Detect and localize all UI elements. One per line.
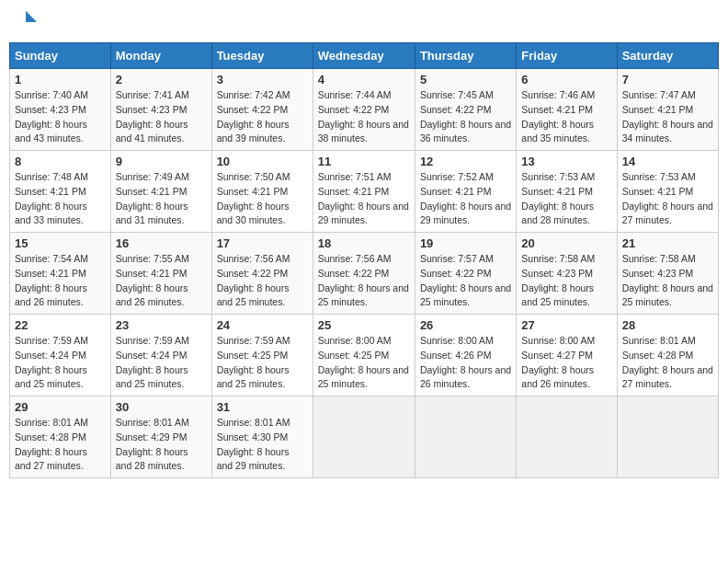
day-info: Sunrise: 7:46 AMSunset: 4:21 PMDaylight:… — [521, 88, 611, 146]
calendar-day-cell: 6 Sunrise: 7:46 AMSunset: 4:21 PMDayligh… — [517, 69, 617, 151]
day-number: 21 — [622, 236, 713, 250]
day-info: Sunrise: 7:59 AMSunset: 4:24 PMDaylight:… — [15, 334, 106, 392]
calendar-day-cell: 8 Sunrise: 7:48 AMSunset: 4:21 PMDayligh… — [10, 151, 111, 233]
calendar-day-cell: 10 Sunrise: 7:50 AMSunset: 4:21 PMDaylig… — [211, 151, 313, 233]
day-number: 30 — [116, 400, 207, 414]
day-number: 3 — [217, 73, 308, 86]
day-info: Sunrise: 7:53 AMSunset: 4:21 PMDaylight:… — [521, 170, 611, 228]
day-info: Sunrise: 7:58 AMSunset: 4:23 PMDaylight:… — [622, 252, 713, 310]
calendar-day-cell — [517, 396, 617, 478]
calendar-day-cell: 19 Sunrise: 7:57 AMSunset: 4:22 PMDaylig… — [415, 233, 516, 315]
calendar-day-cell: 2 Sunrise: 7:41 AMSunset: 4:23 PMDayligh… — [110, 69, 211, 151]
day-number: 23 — [116, 318, 207, 332]
day-number: 14 — [622, 155, 713, 168]
day-info: Sunrise: 7:45 AMSunset: 4:22 PMDaylight:… — [420, 88, 511, 146]
day-info: Sunrise: 7:55 AMSunset: 4:21 PMDaylight:… — [116, 252, 207, 310]
day-info: Sunrise: 8:00 AMSunset: 4:25 PMDaylight:… — [318, 334, 410, 392]
logo — [13, 9, 42, 35]
day-number: 25 — [318, 318, 410, 332]
calendar-week-row: 29 Sunrise: 8:01 AMSunset: 4:28 PMDaylig… — [10, 396, 719, 478]
weekday-header: Sunday — [10, 43, 111, 69]
day-info: Sunrise: 8:01 AMSunset: 4:30 PMDaylight:… — [217, 416, 308, 474]
day-number: 11 — [318, 155, 410, 168]
calendar-week-row: 1 Sunrise: 7:40 AMSunset: 4:23 PMDayligh… — [10, 69, 719, 151]
day-number: 5 — [420, 73, 511, 86]
day-info: Sunrise: 7:59 AMSunset: 4:25 PMDaylight:… — [217, 334, 308, 392]
calendar-day-cell: 23 Sunrise: 7:59 AMSunset: 4:24 PMDaylig… — [110, 315, 211, 396]
day-number: 13 — [521, 155, 611, 168]
calendar-day-cell: 4 Sunrise: 7:44 AMSunset: 4:22 PMDayligh… — [313, 69, 415, 151]
calendar-day-cell: 9 Sunrise: 7:49 AMSunset: 4:21 PMDayligh… — [110, 151, 211, 233]
day-number: 16 — [116, 236, 207, 250]
calendar-day-cell: 13 Sunrise: 7:53 AMSunset: 4:21 PMDaylig… — [517, 151, 617, 233]
day-number: 12 — [420, 155, 511, 168]
day-info: Sunrise: 7:51 AMSunset: 4:21 PMDaylight:… — [318, 170, 410, 228]
calendar-day-cell: 12 Sunrise: 7:52 AMSunset: 4:21 PMDaylig… — [415, 151, 516, 233]
day-info: Sunrise: 7:40 AMSunset: 4:23 PMDaylight:… — [15, 88, 106, 146]
calendar-day-cell: 24 Sunrise: 7:59 AMSunset: 4:25 PMDaylig… — [211, 315, 313, 396]
calendar-week-row: 15 Sunrise: 7:54 AMSunset: 4:21 PMDaylig… — [10, 233, 719, 315]
calendar-day-cell: 27 Sunrise: 8:00 AMSunset: 4:27 PMDaylig… — [517, 315, 617, 396]
calendar-day-cell: 17 Sunrise: 7:56 AMSunset: 4:22 PMDaylig… — [211, 233, 313, 315]
day-info: Sunrise: 7:50 AMSunset: 4:21 PMDaylight:… — [217, 170, 308, 228]
day-number: 31 — [217, 400, 308, 414]
day-number: 22 — [15, 318, 106, 332]
day-number: 19 — [420, 236, 511, 250]
calendar-day-cell: 5 Sunrise: 7:45 AMSunset: 4:22 PMDayligh… — [415, 69, 516, 151]
calendar-day-cell: 14 Sunrise: 7:53 AMSunset: 4:21 PMDaylig… — [617, 151, 718, 233]
weekday-header: Thursday — [415, 43, 516, 69]
day-number: 28 — [622, 318, 713, 332]
calendar-day-cell: 30 Sunrise: 8:01 AMSunset: 4:29 PMDaylig… — [110, 396, 211, 478]
day-number: 2 — [116, 73, 207, 86]
day-number: 1 — [15, 73, 106, 86]
day-number: 15 — [15, 236, 106, 250]
day-info: Sunrise: 7:58 AMSunset: 4:23 PMDaylight:… — [521, 252, 611, 310]
day-info: Sunrise: 7:57 AMSunset: 4:22 PMDaylight:… — [420, 252, 511, 310]
day-number: 20 — [521, 236, 611, 250]
calendar-day-cell: 1 Sunrise: 7:40 AMSunset: 4:23 PMDayligh… — [10, 69, 111, 151]
day-info: Sunrise: 7:47 AMSunset: 4:21 PMDaylight:… — [622, 88, 713, 146]
day-info: Sunrise: 7:41 AMSunset: 4:23 PMDaylight:… — [116, 88, 207, 146]
day-info: Sunrise: 7:59 AMSunset: 4:24 PMDaylight:… — [116, 334, 207, 392]
day-info: Sunrise: 8:01 AMSunset: 4:29 PMDaylight:… — [116, 416, 207, 474]
weekday-header: Saturday — [617, 43, 718, 69]
weekday-header: Friday — [517, 43, 617, 69]
day-number: 8 — [15, 155, 106, 168]
calendar-day-cell — [313, 396, 415, 478]
calendar-day-cell: 26 Sunrise: 8:00 AMSunset: 4:26 PMDaylig… — [415, 315, 516, 396]
weekday-header: Wednesday — [313, 43, 415, 69]
day-number: 29 — [15, 400, 106, 414]
day-info: Sunrise: 8:01 AMSunset: 4:28 PMDaylight:… — [15, 416, 106, 474]
day-number: 26 — [420, 318, 511, 332]
day-number: 18 — [318, 236, 410, 250]
calendar-day-cell — [415, 396, 516, 478]
calendar-day-cell: 31 Sunrise: 8:01 AMSunset: 4:30 PMDaylig… — [211, 396, 313, 478]
calendar-day-cell: 7 Sunrise: 7:47 AMSunset: 4:21 PMDayligh… — [617, 69, 718, 151]
day-number: 4 — [318, 73, 410, 86]
calendar-day-cell: 29 Sunrise: 8:01 AMSunset: 4:28 PMDaylig… — [10, 396, 111, 478]
day-info: Sunrise: 7:56 AMSunset: 4:22 PMDaylight:… — [217, 252, 308, 310]
day-info: Sunrise: 8:00 AMSunset: 4:26 PMDaylight:… — [420, 334, 511, 392]
day-info: Sunrise: 7:48 AMSunset: 4:21 PMDaylight:… — [15, 170, 106, 228]
calendar-day-cell — [617, 396, 718, 478]
day-info: Sunrise: 7:49 AMSunset: 4:21 PMDaylight:… — [116, 170, 207, 228]
weekday-header: Tuesday — [211, 43, 313, 69]
day-number: 10 — [217, 155, 308, 168]
calendar-day-cell: 22 Sunrise: 7:59 AMSunset: 4:24 PMDaylig… — [10, 315, 111, 396]
day-number: 6 — [521, 73, 611, 86]
logo-icon — [13, 9, 39, 35]
day-info: Sunrise: 8:00 AMSunset: 4:27 PMDaylight:… — [521, 334, 611, 392]
day-info: Sunrise: 8:01 AMSunset: 4:28 PMDaylight:… — [622, 334, 713, 392]
day-number: 9 — [116, 155, 207, 168]
day-info: Sunrise: 7:44 AMSunset: 4:22 PMDaylight:… — [318, 88, 410, 146]
day-info: Sunrise: 7:56 AMSunset: 4:22 PMDaylight:… — [318, 252, 410, 310]
day-number: 7 — [622, 73, 713, 86]
day-info: Sunrise: 7:52 AMSunset: 4:21 PMDaylight:… — [420, 170, 511, 228]
day-number: 17 — [217, 236, 308, 250]
calendar-table: SundayMondayTuesdayWednesdayThursdayFrid… — [9, 42, 719, 478]
calendar-day-cell: 20 Sunrise: 7:58 AMSunset: 4:23 PMDaylig… — [517, 233, 617, 315]
calendar-week-row: 8 Sunrise: 7:48 AMSunset: 4:21 PMDayligh… — [10, 151, 719, 233]
calendar-day-cell: 15 Sunrise: 7:54 AMSunset: 4:21 PMDaylig… — [10, 233, 111, 315]
page-header — [9, 9, 719, 35]
day-info: Sunrise: 7:42 AMSunset: 4:22 PMDaylight:… — [217, 88, 308, 146]
